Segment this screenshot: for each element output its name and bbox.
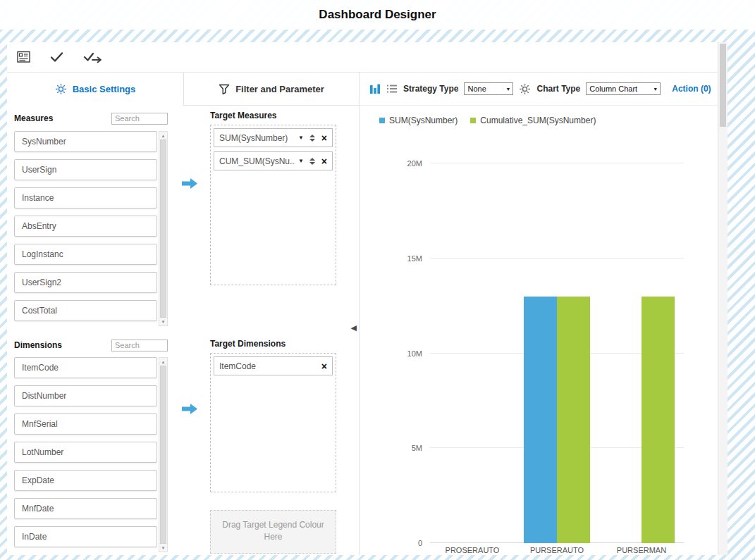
arrow-right-icon: [182, 178, 198, 189]
arrow-right-icon: [182, 403, 198, 415]
category-slot: [515, 163, 599, 543]
dimension-item-label: LotNumber: [22, 447, 63, 457]
move-vertical-icon[interactable]: [309, 158, 315, 165]
measure-item[interactable]: Instance: [14, 187, 157, 209]
filter-parameter-title: Filter and Parameter: [235, 84, 324, 94]
chart-bar[interactable]: [557, 297, 590, 543]
gear-icon: [55, 83, 67, 95]
gear-icon[interactable]: [519, 83, 531, 95]
form-icon: [17, 51, 31, 63]
collapse-left-icon[interactable]: ◀: [351, 324, 357, 332]
chart-panel: Strategy Type None ▼: [360, 73, 718, 555]
measure-item[interactable]: SysNumber: [14, 131, 157, 152]
target-measure-item-label: CUM_SUM(SysNu...: [219, 156, 295, 166]
legend-label: Cumulative_SUM(SysNumber): [480, 116, 596, 125]
measures-section-header: Measures: [14, 111, 168, 125]
chart-toolbar: Strategy Type None ▼: [360, 73, 718, 106]
dimensions-search-input[interactable]: [111, 340, 168, 351]
category-slot: [430, 163, 515, 543]
column-chart-view-button[interactable]: [369, 83, 381, 94]
scroll-up-icon[interactable]: ▲: [159, 358, 167, 366]
dimension-item-label: MnfDate: [22, 504, 54, 514]
dimensions-section-header: Dimensions: [14, 338, 168, 352]
list-view-button[interactable]: [386, 84, 398, 94]
designer-area: Basic Settings Measures SysNumberUserSig…: [7, 42, 718, 555]
measure-item[interactable]: AbsEntry: [14, 216, 157, 237]
x-axis-labels: PROSERAUTOPURSERAUTOPURSERMAN: [430, 546, 684, 554]
funnel-icon: [219, 84, 230, 94]
chart-legend: SUM(SysNumber)Cumulative_SUM(SysNumber): [379, 116, 596, 125]
measures-label: Measures: [14, 113, 53, 123]
target-measure-item[interactable]: CUM_SUM(SysNu...▼×: [214, 151, 333, 170]
scroll-down-icon[interactable]: ▼: [159, 544, 167, 552]
basic-settings-panel: Basic Settings Measures SysNumberUserSig…: [7, 73, 183, 555]
close-icon[interactable]: ×: [321, 156, 327, 166]
target-dimension-item[interactable]: ItemCode×: [214, 356, 333, 375]
check-arrow-icon: [83, 51, 103, 64]
measure-item-label: SysNumber: [22, 137, 66, 147]
scrollbar-thumb[interactable]: [160, 366, 166, 544]
legend-swatch: [470, 118, 476, 123]
measure-item-label: LogInstanc: [22, 249, 63, 259]
measures-search-input[interactable]: [111, 113, 168, 125]
target-measure-item[interactable]: SUM(SysNumber)▼×: [214, 128, 333, 147]
measure-item[interactable]: CostTotal: [14, 300, 157, 321]
target-measures-label: Target Measures: [210, 111, 336, 120]
y-axis-label: 15M: [407, 254, 422, 263]
page-scrollbar[interactable]: [718, 42, 728, 555]
y-axis-label: 20M: [407, 159, 422, 168]
apply-run-button[interactable]: [83, 51, 103, 64]
close-icon[interactable]: ×: [321, 361, 327, 371]
target-dimension-item-label: ItemCode: [219, 361, 315, 371]
action-link[interactable]: Action (0): [672, 84, 711, 94]
plot-slots: [430, 163, 684, 543]
measure-item[interactable]: UserSign: [14, 159, 157, 180]
caret-down-icon[interactable]: ▼: [298, 158, 304, 164]
measure-item[interactable]: UserSign2: [14, 272, 157, 293]
legend-label: SUM(SysNumber): [389, 116, 458, 125]
form-settings-button[interactable]: [17, 51, 31, 63]
dimension-item[interactable]: ItemCode: [14, 357, 157, 378]
toolbar: [7, 42, 718, 73]
caret-down-icon[interactable]: ▼: [298, 135, 304, 141]
dimension-item[interactable]: DistNumber: [14, 385, 157, 406]
scrollbar-thumb[interactable]: [720, 44, 726, 127]
dimension-item[interactable]: InDate: [14, 526, 157, 547]
strategy-type-value: None: [467, 85, 486, 93]
strategy-type-select[interactable]: None ▼: [464, 82, 513, 95]
measures-scrollbar[interactable]: ▲ ▼: [159, 131, 168, 326]
dimension-item[interactable]: MnfDate: [14, 498, 157, 519]
move-vertical-icon[interactable]: [309, 135, 315, 142]
chart-type-label: Chart Type: [536, 84, 580, 94]
target-measure-item-label: SUM(SysNumber): [219, 133, 295, 143]
page-title: Dashboard Designer: [319, 8, 436, 22]
target-dimensions-label: Target Dimensions: [210, 339, 336, 349]
chart-type-select[interactable]: Column Chart ▼: [586, 82, 661, 95]
dimension-item[interactable]: MnfSerial: [14, 413, 157, 435]
measures-list-wrap: SysNumberUserSignInstanceAbsEntryLogInst…: [14, 131, 168, 326]
dimension-item[interactable]: ExpDate: [14, 470, 157, 491]
scrollbar-thumb[interactable]: [160, 139, 166, 318]
dimension-item-label: InDate: [22, 532, 47, 542]
panels: Basic Settings Measures SysNumberUserSig…: [7, 73, 718, 555]
legend-colour-dropzone[interactable]: Drag Target Legend Colour Here: [210, 510, 336, 554]
chart-bar[interactable]: [524, 297, 557, 543]
target-measures-dropzone[interactable]: SUM(SysNumber)▼×CUM_SUM(SysNu...▼×: [210, 125, 336, 285]
filter-parameter-header: Filter and Parameter: [183, 73, 359, 106]
chart-bar[interactable]: [642, 297, 675, 543]
y-axis-label: 5M: [412, 444, 422, 452]
close-icon[interactable]: ×: [321, 133, 327, 143]
app-header: Dashboard Designer: [0, 0, 755, 30]
confirm-button[interactable]: [49, 51, 65, 63]
dimension-item[interactable]: LotNumber: [14, 442, 157, 463]
scroll-up-icon[interactable]: ▲: [159, 132, 167, 139]
dimensions-scrollbar[interactable]: ▲ ▼: [159, 357, 168, 552]
dimension-item-label: DistNumber: [22, 391, 66, 401]
dimensions-list: ItemCodeDistNumberMnfSerialLotNumberExpD…: [14, 357, 157, 552]
measures-list: SysNumberUserSignInstanceAbsEntryLogInst…: [14, 131, 157, 326]
measure-item[interactable]: LogInstanc: [14, 244, 157, 265]
scroll-down-icon[interactable]: ▼: [159, 318, 167, 325]
basic-settings-title: Basic Settings: [73, 84, 136, 94]
target-dimensions-dropzone[interactable]: ItemCode×: [210, 353, 336, 492]
chart-area: SUM(SysNumber)Cumulative_SUM(SysNumber) …: [360, 106, 718, 555]
